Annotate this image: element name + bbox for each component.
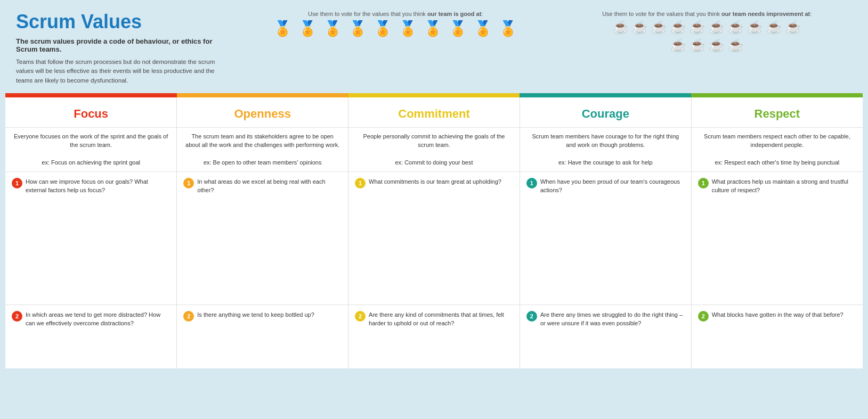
medal-icon: 🏅	[298, 20, 317, 37]
main-table-wrapper: Focus Openness Commitment Courage Respec…	[0, 93, 868, 380]
courage-desc: Scrum team members have courage to for t…	[520, 127, 691, 171]
top-section: Scrum Values The scrum values provide a …	[0, 0, 868, 93]
scrum-table: Focus Openness Commitment Courage Respec…	[5, 93, 863, 369]
focus-bar	[5, 93, 177, 97]
focus-q1-num: 1	[12, 178, 22, 188]
openness-desc: The scrum team and its stakeholders agre…	[177, 127, 348, 171]
col-title-row: Focus Openness Commitment Courage Respec…	[5, 97, 863, 128]
courage-q2: 2 Are there any times we struggled to do…	[526, 310, 685, 328]
focus-desc: Everyone focuses on the work of the spri…	[5, 127, 177, 171]
focus-q2-text: In which areas we tend to get more distr…	[26, 310, 170, 328]
courage-q2-num: 2	[526, 311, 537, 322]
courage-q2-cell: 2 Are there any times we struggled to do…	[520, 305, 691, 368]
color-bar-row	[5, 93, 863, 97]
subtitle: The scrum values provide a code of behav…	[16, 37, 229, 53]
desc-row: Everyone focuses on the work of the spri…	[5, 127, 863, 171]
openness-title: Openness	[177, 97, 348, 128]
courage-title: Courage	[520, 97, 691, 128]
commitment-q1-cell: 1 What commitments is our team great at …	[348, 171, 520, 305]
mug-icon: ☕	[728, 38, 744, 53]
courage-bar	[520, 93, 691, 97]
medal-icon: 🏅	[499, 20, 517, 37]
mug-icon: ☕	[766, 20, 782, 35]
respect-q1: 1 What practices help us maintain a stro…	[698, 177, 856, 195]
mug-icon: ☕	[613, 20, 629, 35]
medal-icon: 🏅	[449, 20, 467, 37]
openness-q1-num: 1	[183, 178, 194, 188]
respect-title: Respect	[691, 97, 863, 128]
question-2-row: 2 In which areas we tend to get more dis…	[5, 305, 863, 368]
medal-icon: 🏅	[273, 20, 292, 37]
respect-q1-text: What practices help us maintain a strong…	[712, 177, 856, 195]
commitment-q2: 2 Are there any kind of commitments that…	[355, 310, 513, 328]
respect-q1-cell: 1 What practices help us maintain a stro…	[691, 171, 863, 305]
medal-icon: 🏅	[348, 20, 367, 37]
openness-bar	[177, 93, 348, 97]
mug-icon: ☕	[709, 38, 725, 53]
commitment-q2-cell: 2 Are there any kind of commitments that…	[348, 305, 520, 368]
commitment-q1-num: 1	[355, 178, 366, 188]
mug-icon: ☕	[632, 20, 648, 35]
mug-icon: ☕	[689, 38, 705, 53]
voting-improve-label: Use them to vote for the values that you…	[602, 11, 812, 17]
medal-icon: 🏅	[474, 20, 492, 37]
respect-q2-text: What blocks have gotten in the way of th…	[712, 310, 856, 319]
focus-q1-cell: 1 How can we improve focus on our goals?…	[5, 171, 177, 305]
mug-icon: ☕	[670, 38, 686, 53]
commitment-title: Commitment	[348, 97, 520, 128]
mug-icon: ☕	[728, 20, 744, 35]
respect-q2: 2 What blocks have gotten in the way of …	[698, 310, 856, 322]
courage-q1-cell: 1 When have you been proud of our team's…	[520, 171, 691, 305]
openness-q2-text: Is there anything we tend to keep bottle…	[197, 310, 342, 319]
commitment-bar	[348, 93, 520, 97]
medal-icon: 🏅	[323, 20, 342, 37]
focus-q2-num: 2	[12, 311, 22, 322]
respect-q2-cell: 2 What blocks have gotten in the way of …	[691, 305, 863, 368]
commitment-q1-text: What commitments is our team great at up…	[369, 177, 513, 186]
courage-q1-text: When have you been proud of our team's c…	[540, 177, 685, 195]
focus-title: Focus	[5, 97, 177, 128]
voting-improve-area: Use them to vote for the values that you…	[562, 11, 853, 53]
courage-q2-text: Are there any times we struggled to do t…	[540, 310, 685, 328]
title-area: Scrum Values The scrum values provide a …	[16, 11, 229, 85]
mug-icon: ☕	[785, 20, 801, 35]
mug-icon: ☕	[670, 20, 686, 35]
openness-q1-cell: 1 In what areas do we excel at being rea…	[177, 171, 348, 305]
mug-icon: ☕	[709, 20, 725, 35]
openness-q1-text: In what areas do we excel at being real …	[197, 177, 342, 195]
respect-desc: Scrum team members respect each other to…	[691, 127, 863, 171]
openness-q2-cell: 2 Is there anything we tend to keep bott…	[177, 305, 348, 368]
commitment-q2-text: Are there any kind of commitments that a…	[369, 310, 513, 328]
medal-icon: 🏅	[374, 20, 392, 37]
commitment-q1: 1 What commitments is our team great at …	[355, 177, 513, 188]
openness-q2-num: 2	[183, 311, 194, 322]
focus-q2-cell: 2 In which areas we tend to get more dis…	[5, 305, 177, 368]
mug-icon: ☕	[747, 20, 763, 35]
question-1-row: 1 How can we improve focus on our goals?…	[5, 171, 863, 305]
commitment-q2-num: 2	[355, 311, 366, 322]
focus-q2: 2 In which areas we tend to get more dis…	[12, 310, 170, 328]
medal-icon: 🏅	[424, 20, 442, 37]
medals-row: 🏅 🏅 🏅 🏅 🏅 🏅 🏅 🏅 🏅 🏅	[273, 20, 517, 37]
courage-q1: 1 When have you been proud of our team's…	[526, 177, 685, 195]
medal-icon: 🏅	[399, 20, 417, 37]
mug-icon: ☕	[689, 20, 705, 35]
focus-q1: 1 How can we improve focus on our goals?…	[12, 177, 170, 195]
commitment-desc: People personally commit to achieving th…	[348, 127, 520, 171]
respect-bar	[691, 93, 863, 97]
mug-icon: ☕	[651, 20, 667, 35]
courage-q1-num: 1	[526, 178, 537, 188]
page-title: Scrum Values	[16, 11, 229, 33]
voting-good-label: Use them to vote for the values that you…	[308, 11, 483, 17]
description: Teams that follow the scrum processes bu…	[16, 57, 229, 85]
openness-q2: 2 Is there anything we tend to keep bott…	[183, 310, 342, 322]
mugs-grid: ☕ ☕ ☕ ☕ ☕ ☕ ☕ ☕ ☕ ☕ ☕ ☕ ☕ ☕	[606, 20, 808, 53]
respect-q1-num: 1	[698, 178, 709, 188]
respect-q2-num: 2	[698, 311, 709, 322]
openness-q1: 1 In what areas do we excel at being rea…	[183, 177, 342, 195]
focus-q1-text: How can we improve focus on our goals? W…	[26, 177, 170, 195]
voting-good-area: Use them to vote for the values that you…	[250, 11, 541, 37]
